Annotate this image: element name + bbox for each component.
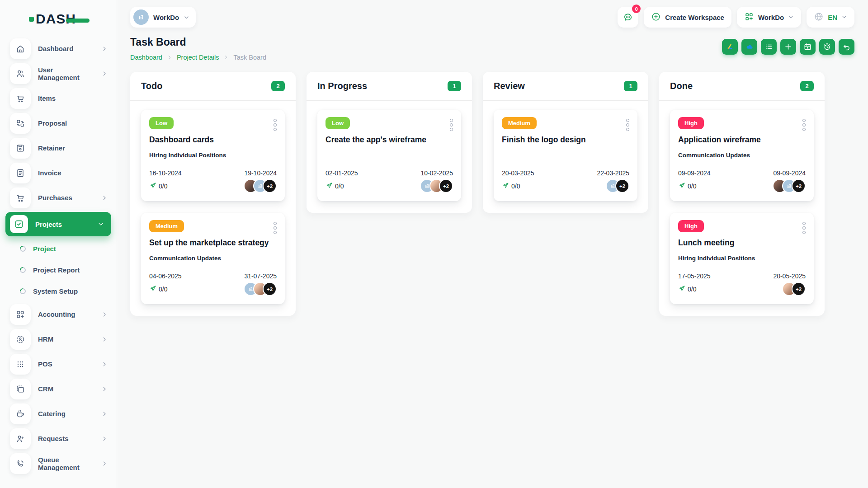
card-footer: 0/0+2 xyxy=(678,282,806,296)
sidebar-item-pos[interactable]: POS xyxy=(0,352,117,376)
workspace-avatar xyxy=(133,9,149,25)
chevron-right-icon xyxy=(101,460,108,467)
sidebar-item-user-management[interactable]: User Management xyxy=(0,61,117,86)
user-plus-icon xyxy=(10,428,31,449)
task-card-create-the-app-s-wireframe[interactable]: LowCreate the app's wireframe02-01-20251… xyxy=(317,110,461,201)
task-milestone: Communication Updates xyxy=(149,255,277,263)
toolbar-onedrive-button[interactable] xyxy=(741,39,757,55)
card-footer: 0/0+2 xyxy=(149,282,277,296)
avatar-stack: +2 xyxy=(244,282,277,296)
task-card-finish-the-logo-design[interactable]: MediumFinish the logo design20-03-202522… xyxy=(494,110,637,201)
task-progress: 0/0 xyxy=(502,182,520,191)
sidebar-item-invoice[interactable]: Invoice xyxy=(0,160,117,185)
card-menu-button[interactable] xyxy=(273,221,278,235)
chevron-down-icon xyxy=(98,221,104,227)
sidebar-subitem-project-report[interactable]: Project Report xyxy=(0,259,117,281)
sidebar-item-purchases[interactable]: Purchases xyxy=(0,185,117,210)
task-milestone: Communication Updates xyxy=(678,152,806,160)
toolbar-undo-button[interactable] xyxy=(839,39,854,55)
task-title: Create the app's wireframe xyxy=(326,135,453,145)
avatar-stack: +2 xyxy=(244,179,277,193)
sidebar-item-queue-management[interactable]: Queue Management xyxy=(0,451,117,476)
toolbar-plus-button[interactable] xyxy=(780,39,796,55)
messages-button[interactable]: 0 xyxy=(618,7,638,28)
invoice-icon xyxy=(10,163,31,183)
page-header: Task Board DashboardProject DetailsTask … xyxy=(130,36,854,61)
card-menu-button[interactable] xyxy=(625,118,630,132)
sidebar-item-crm[interactable]: CRM xyxy=(0,376,117,401)
cart-icon xyxy=(10,88,31,109)
breadcrumb-separator-icon xyxy=(223,55,229,60)
sidebar-subitem-project[interactable]: Project xyxy=(0,238,117,259)
more-members-badge: +2 xyxy=(792,282,806,296)
more-members-badge: +2 xyxy=(263,282,277,296)
task-milestone xyxy=(502,152,629,160)
sidebar-item-items[interactable]: Items xyxy=(0,86,117,111)
task-milestone xyxy=(326,152,453,160)
priority-badge: Medium xyxy=(149,220,184,232)
task-card-dashboard-cards[interactable]: LowDashboard cardsHiring Individual Posi… xyxy=(141,110,285,201)
sidebar-item-projects[interactable]: Projects xyxy=(5,212,111,236)
column-cards: MediumFinish the logo design20-03-202522… xyxy=(483,101,648,213)
more-members-badge: +2 xyxy=(439,179,453,193)
workspace-chip[interactable]: WorkDo xyxy=(130,7,196,28)
sidebar-item-accounting[interactable]: Accounting xyxy=(0,302,117,327)
sidebar-subitem-label: System Setup xyxy=(33,287,78,295)
language-label: EN xyxy=(828,14,837,21)
avatar-stack: +2 xyxy=(773,179,806,193)
bullet-icon xyxy=(19,266,27,274)
card-menu-button[interactable] xyxy=(273,118,278,132)
task-end-date: 31-07-2025 xyxy=(244,272,277,280)
logo-dash-icon xyxy=(66,19,90,23)
task-progress: 0/0 xyxy=(149,285,167,294)
task-start-date: 02-01-2025 xyxy=(326,169,358,177)
sidebar-item-label: Accounting xyxy=(38,310,75,318)
language-selector[interactable]: EN xyxy=(807,7,854,28)
task-card-application-wireframe[interactable]: HighApplication wireframeCommunication U… xyxy=(670,110,814,201)
card-footer: 0/0+2 xyxy=(502,179,629,193)
toolbar-calendar-button[interactable] xyxy=(800,39,816,55)
task-end-date: 22-03-2025 xyxy=(597,169,629,177)
task-progress-value: 0/0 xyxy=(688,183,696,190)
card-menu-button[interactable] xyxy=(802,118,807,132)
sidebar-item-dashboard[interactable]: Dashboard xyxy=(0,36,117,61)
grid-plus-icon xyxy=(744,12,754,23)
create-workspace-button[interactable]: Create Workspace xyxy=(644,7,731,28)
brand-logo[interactable]: DASH xyxy=(29,10,117,28)
sidebar-item-proposal[interactable]: Proposal xyxy=(0,111,117,136)
task-card-set-up-the-marketplace-strategy[interactable]: MediumSet up the marketplace strategyCom… xyxy=(141,213,285,304)
hrm-icon xyxy=(10,329,31,350)
chevron-right-icon xyxy=(101,336,108,343)
column-title: In Progress xyxy=(317,81,367,91)
card-footer: 0/0+2 xyxy=(149,179,277,193)
breadcrumb-dashboard[interactable]: Dashboard xyxy=(130,54,162,61)
sidebar-item-label: Retainer xyxy=(38,144,65,152)
kanban-board: Todo2LowDashboard cardsHiring Individual… xyxy=(130,72,854,316)
sidebar-item-catering[interactable]: Catering xyxy=(0,401,117,426)
chevron-right-icon xyxy=(101,46,108,52)
sidebar-item-requests[interactable]: Requests xyxy=(0,426,117,451)
retainer-icon xyxy=(10,138,31,159)
task-card-lunch-meeting[interactable]: HighLunch meetingHiring Individual Posit… xyxy=(670,213,814,304)
toolbar-list-button[interactable] xyxy=(761,39,777,55)
sidebar-item-hrm[interactable]: HRM xyxy=(0,327,117,352)
task-progress-value: 0/0 xyxy=(335,183,344,190)
toolbar-google-drive-button[interactable] xyxy=(722,39,738,55)
card-menu-button[interactable] xyxy=(449,118,454,132)
task-progress-value: 0/0 xyxy=(159,183,167,190)
column-count-badge: 2 xyxy=(271,81,285,91)
coffee-icon xyxy=(10,404,31,424)
task-end-date: 10-02-2025 xyxy=(420,169,453,177)
sidebar-subitem-system-setup[interactable]: System Setup xyxy=(0,281,117,302)
avatar-stack: +2 xyxy=(606,179,629,193)
sidebar-item-label: User Management xyxy=(38,66,94,81)
sidebar-item-retainer[interactable]: Retainer xyxy=(0,136,117,160)
sidebar-item-label: CRM xyxy=(38,385,53,393)
task-start-date: 16-10-2024 xyxy=(149,169,182,177)
breadcrumb-project-details[interactable]: Project Details xyxy=(177,54,219,61)
card-menu-button[interactable] xyxy=(802,221,807,235)
column-title: Todo xyxy=(141,81,162,91)
toolbar-timer-button[interactable] xyxy=(819,39,835,55)
chat-icon xyxy=(623,12,633,22)
workspace-menu-button[interactable]: WorkDo xyxy=(737,7,801,28)
